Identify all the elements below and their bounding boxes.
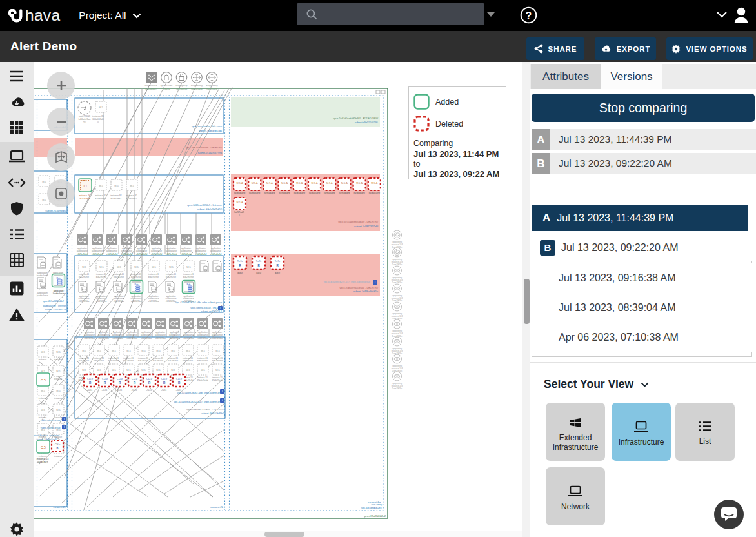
svg-text:autobalance: autobalance <box>212 334 223 336</box>
svg-text:eu-west-2b: eu-west-2b <box>210 505 224 509</box>
svg-text:autobalance: autobalance <box>106 250 117 252</box>
svg-text:+2d9bd5a5d: +2d9bd5a5d <box>92 253 103 256</box>
svg-text:b5b29f59ce: b5b29f59ce <box>123 360 134 362</box>
svg-text:5: 5 <box>239 214 240 217</box>
svg-text:ea9b4d5d9b: ea9b4d5d9b <box>324 192 335 194</box>
svg-text:ea9b4d5d9b: ea9b4d5d9b <box>249 192 260 194</box>
svg-text:+2d9bd5a5d: +2d9bd5a5d <box>151 253 163 256</box>
svg-text:autobalance: autobalance <box>155 334 166 336</box>
svg-text:b5629f19ce: b5629f19ce <box>148 276 159 278</box>
svg-text:+2d9bd5a5d: +2d9bd5a5d <box>181 253 192 256</box>
svg-text:autobalance: autobalance <box>210 250 221 252</box>
svg-text:loadbalance: loadbalance <box>37 274 48 277</box>
svg-text:7b263.ddad: 7b263.ddad <box>79 198 90 200</box>
svg-text:+52232f5ba: +52232f5ba <box>166 300 177 303</box>
svg-text:autobalance: autobalance <box>197 334 208 336</box>
svg-text:vpce-417a8d52b2b2: vpce-417a8d52b2b2 <box>43 300 64 303</box>
svg-text:b5b29f59ce: b5b29f59ce <box>79 360 89 362</box>
svg-text:nage25a9b: nage25a9b <box>191 88 203 90</box>
svg-text:nage-5a9b: nage-5a9b <box>206 88 217 90</box>
svg-text:vpce-ce55ad888b5d5d9 - DELETED: vpce-ce55ad888b5d5d9 - DELETED <box>338 221 378 223</box>
svg-text:vvdss-subnet-group: vvdss-subnet-group <box>41 419 61 421</box>
svg-text:vpce-xxxxxxxxxx - link-aaaa: vpce-xxxxxxxxxx - link-aaaa <box>192 125 223 128</box>
svg-text:subnet-74b96a5aa9: subnet-74b96a5aa9 <box>36 438 56 441</box>
svg-text:b5b29f59ce: b5b29f59ce <box>94 360 104 362</box>
svg-text:+2d9bd5a5d: +2d9bd5a5d <box>166 253 177 256</box>
svg-text:+62232f5ba: +62232f5ba <box>212 337 223 339</box>
svg-text:c5b51: c5b51 <box>117 389 123 392</box>
svg-text:subnet-4b0557b99b2: subnet-4b0557b99b2 <box>201 412 224 415</box>
svg-text:pro-435d8d0b2e2: pro-435d8d0b2e2 <box>364 514 386 518</box>
svg-text:ea9b4d5d9b: ea9b4d5d9b <box>339 192 350 194</box>
svg-text:instance: instance <box>39 358 46 361</box>
svg-text:autobalance: autobalance <box>121 250 132 252</box>
svg-text:autobalance: autobalance <box>181 250 192 252</box>
svg-text:ea9b4d5d9b: ea9b4d5d9b <box>279 192 290 194</box>
svg-text:25b2e95c5d: 25b2e95c5d <box>212 379 223 381</box>
svg-text:vpc-415a8e82b2e2 a8b- vnbe-sub: vpc-415a8e82b2e2 a8b- vnbe-subnet-group <box>175 301 222 304</box>
svg-text:c5b51: c5b51 <box>161 389 167 392</box>
svg-text:5a41c8f29: 5a41c8f29 <box>37 461 48 463</box>
svg-text:instance: instance <box>54 358 62 361</box>
svg-text:b5b29f59ce: b5b29f59ce <box>168 360 178 362</box>
svg-text:b76bc9b81: b76bc9b81 <box>126 198 137 200</box>
svg-text:2D: 2D <box>83 121 86 124</box>
svg-text:0: 0 <box>97 121 99 124</box>
svg-text:+2d9bd5a5d: +2d9bd5a5d <box>121 253 133 256</box>
svg-text:+2d9bd5a5d: +2d9bd5a5d <box>136 253 148 256</box>
svg-text:b5629f19ce: b5629f19ce <box>79 276 89 278</box>
svg-text:vpce-3d65cxc8690b5 - link-cccc: vpce-3d65cxc8690b5 - link-cccc <box>187 204 222 207</box>
svg-text:subnet-ceff5c5f29-1: subnet-ceff5c5f29-1 <box>201 310 222 313</box>
svg-text:eu-west-2c: eu-west-2c <box>53 505 66 509</box>
svg-text:loadbalance: loadbalance <box>145 85 157 87</box>
svg-text:+62232f5ba: +62232f5ba <box>84 337 95 339</box>
svg-text:autobalance: autobalance <box>169 334 180 336</box>
svg-text:+2d9bd5a5d: +2d9bd5a5d <box>106 253 118 256</box>
svg-text:ea9b4d5d9b: ea9b4d5d9b <box>234 192 245 194</box>
svg-text:vpce-link-Ricardslvte - DELETE: vpce-link-Ricardslvte - DELETED <box>186 147 222 149</box>
svg-text:b5b29f59ce: b5b29f59ce <box>153 360 163 362</box>
svg-text:+52232f5ba: +52232f5ba <box>131 300 142 303</box>
svg-text:eu-west-2a: eu-west-2a <box>368 500 381 503</box>
svg-text:b5629f19ce: b5629f19ce <box>166 276 176 278</box>
svg-text:ea9b4d5d9b: ea9b4d5d9b <box>309 192 320 194</box>
svg-text:instance: instance <box>54 378 62 380</box>
svg-text:b40fa1e5aa: b40fa1e5aa <box>79 118 91 121</box>
svg-text:subnet-74d6d7b53d4: subnet-74d6d7b53d4 <box>199 130 222 132</box>
svg-text:vpce-wbend-3d55b - link-cccc: vpce-wbend-3d55b - link-cccc <box>190 307 222 309</box>
svg-text:b5b29f59ce: b5b29f59ce <box>212 360 223 362</box>
svg-text:subnet-2c1a495c7994: subnet-2c1a495c7994 <box>197 152 222 154</box>
svg-text:+62232f5ba: +62232f5ba <box>112 337 123 339</box>
svg-text:autobalance: autobalance <box>151 250 162 252</box>
svg-text:instance-81: instance-81 <box>92 115 104 117</box>
svg-text:+2d9bd5a5d: +2d9bd5a5d <box>210 253 222 256</box>
svg-text:d5b5f: d5b5f <box>256 272 261 274</box>
svg-text:b5b29f59ce: b5b29f59ce <box>138 360 148 362</box>
svg-text:b5629f19ce: b5629f19ce <box>96 276 106 278</box>
svg-text:autobalance: autobalance <box>136 250 147 252</box>
svg-text:c5b51: c5b51 <box>102 389 108 392</box>
svg-text:?: ? <box>526 10 532 21</box>
svg-text:autobalance: autobalance <box>77 250 88 252</box>
svg-text:82b2e2: 82b2e2 <box>163 88 170 90</box>
svg-text:0ab5d8b09: 0ab5d8b09 <box>145 88 157 90</box>
svg-text:7b09a8e1b: 7b09a8e1b <box>176 88 188 90</box>
svg-text:+52232f5ba: +52232f5ba <box>148 300 159 303</box>
svg-text:ea9b4d5d9b: ea9b4d5d9b <box>353 192 364 194</box>
svg-text:+62232f5ba: +62232f5ba <box>155 337 166 339</box>
svg-text:instance-4b: instance-4b <box>79 194 90 197</box>
svg-text:autobalance: autobalance <box>126 334 137 336</box>
svg-text:vvdss-subnet-group: vvdss-subnet-group <box>41 427 61 429</box>
svg-text:b5b29f59ce: b5b29f59ce <box>108 360 119 362</box>
svg-text:+62232f5ba: +62232f5ba <box>98 337 109 339</box>
svg-text:subnet-753a9d8b5: subnet-753a9d8b5 <box>45 210 66 212</box>
svg-text:+62232f5ba: +62232f5ba <box>141 337 152 339</box>
svg-text:b5b29f59ce: b5b29f59ce <box>197 360 208 362</box>
svg-text:+62232f5ba: +62232f5ba <box>183 337 194 339</box>
svg-text:loadbalancer - internet: loadbalancer - internet <box>43 305 66 307</box>
svg-text:natgateway: natgateway <box>206 85 218 87</box>
svg-text:targetgroup: targetgroup <box>176 85 188 87</box>
svg-text:subnet-7d46ba9b5b5a: subnet-7d46ba9b5b5a <box>353 290 379 293</box>
svg-text:c5b51: c5b51 <box>146 389 152 392</box>
svg-text:subnet-5a8877957b8f: subnet-5a8877957b8f <box>354 225 379 228</box>
